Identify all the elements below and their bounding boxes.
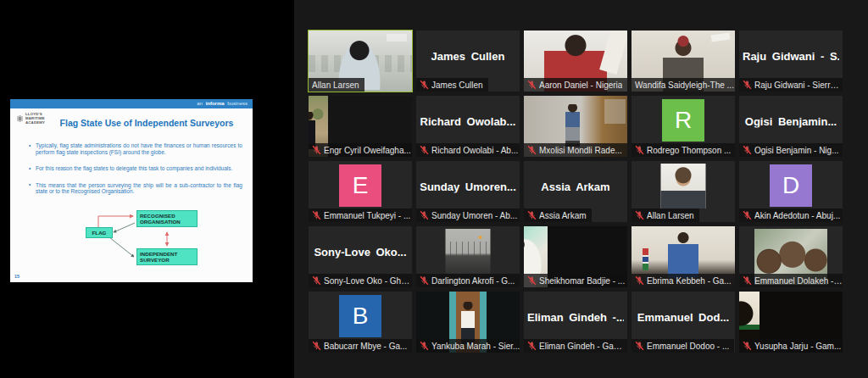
participant-name-text: Assia Arkam: [539, 211, 587, 220]
participant-tile[interactable]: Ebrima Kebbeh - Ga...: [632, 226, 735, 287]
participant-tile[interactable]: E Emmanuel Tukpeyi - ...: [309, 161, 412, 222]
participant-tile[interactable]: B Babucarr Mbye - Ga...: [309, 292, 412, 353]
participant-name-text: Ogisi Benjamin - Nig...: [754, 146, 838, 155]
participant-name-label: Aaron Daniel - Nigeria: [524, 78, 627, 92]
participant-name-label: Sunday Umoren - Ab...: [416, 208, 520, 222]
participant-center-name: Eliman Gindeh -...: [527, 311, 624, 324]
participant-name-text: Emmanuel Dolakeh - ...: [754, 276, 843, 286]
participant-tile[interactable]: James Cullen James Cullen: [416, 31, 520, 92]
participant-name-label: Emmanuel Tukpeyi - ...: [309, 208, 412, 222]
participant-tile[interactable]: Sunday Umoren... Sunday Umoren - Ab...: [416, 161, 520, 222]
participant-center-name: Sunday Umoren...: [420, 181, 516, 193]
participant-name-text: Mxolisi Mondli Rade...: [539, 146, 622, 155]
logo-text: LLOYD'S MARITIME ACADEMY: [25, 113, 45, 125]
participant-name-text: Emmanuel Dodoo - ...: [647, 342, 729, 351]
participant-name-label: Wandifa Saidyleigh-The ...: [632, 78, 735, 92]
muted-mic-icon: [420, 275, 429, 286]
muted-mic-icon: [527, 145, 537, 155]
participant-name-text: Richard Owolabi - Ab...: [431, 146, 518, 155]
slide-title: Flag State Use of Independent Surveyors: [46, 118, 248, 128]
muted-mic-icon: [312, 210, 321, 220]
participant-name-label: Darlington Akrofi - G...: [416, 274, 520, 287]
participant-name-label: Engr Cyril Oweifagha...: [309, 143, 412, 157]
participant-tile[interactable]: Darlington Akrofi - G...: [416, 226, 520, 287]
participant-name-text: Yusupha Jarju - Gam...: [754, 342, 841, 351]
participant-name-text: Akin Adedotun - Abuj...: [754, 211, 840, 220]
muted-mic-icon: [743, 80, 752, 90]
lloyds-maritime-academy-logo: LLOYD'S MARITIME ACADEMY: [16, 113, 45, 125]
participant-name-text: Emmanuel Tukpeyi - ...: [324, 211, 410, 220]
participant-center-name: James Cullen: [420, 50, 516, 63]
participant-tile[interactable]: Wandifa Saidyleigh-The ...: [632, 31, 735, 92]
participant-name-label: Raju Gidwani - Sierra ...: [739, 78, 843, 92]
participant-tile[interactable]: Richard Owolab... Richard Owolabi - Ab..…: [416, 96, 520, 157]
muted-mic-icon: [420, 341, 429, 351]
presentation-slide: an informa business LLOYD'S MARITIME ACA…: [10, 99, 253, 282]
diagram-node-independent-surveyor: INDEPENDENT SURVEYOR: [136, 248, 198, 265]
participant-tile[interactable]: Yusupha Jarju - Gam...: [739, 292, 843, 353]
participant-name-label: James Cullen: [416, 78, 488, 92]
muted-mic-icon: [420, 210, 429, 220]
participant-name-label: Mxolisi Mondli Rade...: [524, 143, 627, 157]
shared-screen-area: an informa business LLOYD'S MARITIME ACA…: [0, 0, 294, 378]
participant-tile[interactable]: Ogisi Benjamin... Ogisi Benjamin - Nig..…: [739, 96, 843, 157]
muted-mic-icon: [743, 275, 752, 286]
muted-mic-icon: [312, 275, 321, 286]
participant-name-text: Darlington Akrofi - G...: [431, 276, 515, 286]
participant-tile[interactable]: Assia Arkam Assia Arkam: [524, 161, 627, 222]
participant-name-text: Babucarr Mbye - Ga...: [324, 342, 407, 351]
muted-mic-icon: [312, 341, 321, 351]
participant-tile[interactable]: Allan Larsen: [632, 161, 735, 222]
participant-name-text: Yankuba Marah - Sier...: [431, 342, 520, 351]
participants-grid: Allan Larsen James Cullen James Cullen: [309, 31, 843, 353]
bullet-item: For this reason the flag states to deleg…: [29, 165, 242, 172]
participant-center-name: Assia Arkam: [527, 181, 624, 193]
participants-panel: Allan Larsen James Cullen James Cullen: [294, 0, 868, 378]
participant-center-name: Sony-Love Oko...: [312, 246, 409, 258]
participant-avatar: B: [339, 295, 381, 337]
participant-name-label: Sheikhomar Badjie - ...: [524, 274, 627, 287]
muted-mic-icon: [312, 145, 321, 155]
participant-video: [661, 164, 706, 208]
brand-suffix: business: [227, 101, 248, 106]
participant-avatar: R: [662, 99, 704, 142]
participant-tile[interactable]: Emmanuel Dolakeh - ...: [739, 226, 843, 287]
participant-tile[interactable]: Emmanuel Dod... Emmanuel Dodoo - ...: [632, 292, 735, 353]
participant-video: [446, 229, 491, 274]
participant-tile[interactable]: D Akin Adedotun - Abuj...: [739, 161, 843, 222]
participant-name-text: Sunday Umoren - Ab...: [431, 211, 517, 220]
participant-name-label: Akin Adedotun - Abuj...: [739, 208, 843, 222]
participant-name-text: Sony-Love Oko - Gha...: [324, 276, 412, 286]
participant-tile[interactable]: Yankuba Marah - Sier...: [416, 292, 520, 353]
slide-page-number: 15: [14, 274, 19, 279]
participant-tile[interactable]: Raju Gidwani - S... Raju Gidwani - Sierr…: [739, 31, 843, 92]
participant-tile[interactable]: Mxolisi Mondli Rade...: [524, 96, 627, 157]
muted-mic-icon: [527, 80, 537, 90]
participant-name-label: Richard Owolabi - Ab...: [416, 143, 520, 157]
muted-mic-icon: [635, 341, 644, 351]
participant-center-name: Raju Gidwani - S...: [743, 50, 839, 63]
brand-name: informa: [206, 101, 225, 106]
crest-icon: [16, 114, 24, 123]
participant-tile[interactable]: Aaron Daniel - Nigeria: [524, 31, 627, 92]
participant-tile[interactable]: Sony-Love Oko... Sony-Love Oko - Gha...: [309, 226, 412, 287]
slide-bullets: Typically, flag state administrations do…: [29, 142, 242, 205]
participant-name-text: Aaron Daniel - Nigeria: [539, 81, 622, 90]
muted-mic-icon: [743, 145, 752, 155]
participant-name-text: Ebrima Kebbeh - Ga...: [647, 276, 732, 286]
participant-name-text: Engr Cyril Oweifagha...: [324, 146, 411, 155]
muted-mic-icon: [527, 341, 537, 351]
muted-mic-icon: [743, 210, 752, 220]
participant-tile[interactable]: Engr Cyril Oweifagha...: [309, 96, 412, 157]
participant-name-text: James Cullen: [431, 81, 483, 90]
participant-tile[interactable]: R Rodrego Thompson ...: [632, 96, 735, 157]
participant-avatar: D: [770, 164, 812, 207]
participant-name-text: Rodrego Thompson ...: [647, 146, 731, 155]
muted-mic-icon: [743, 341, 752, 351]
participant-tile[interactable]: Sheikhomar Badjie - ...: [524, 226, 627, 287]
participant-name-label: Rodrego Thompson ...: [632, 143, 735, 157]
participant-tile[interactable]: Allan Larsen: [309, 31, 412, 92]
participant-name-label: Eliman Gindeh - Gam...: [524, 339, 627, 353]
participant-tile[interactable]: Eliman Gindeh -... Eliman Gindeh - Gam..…: [524, 292, 627, 353]
participant-name-text: Allan Larsen: [647, 211, 694, 220]
